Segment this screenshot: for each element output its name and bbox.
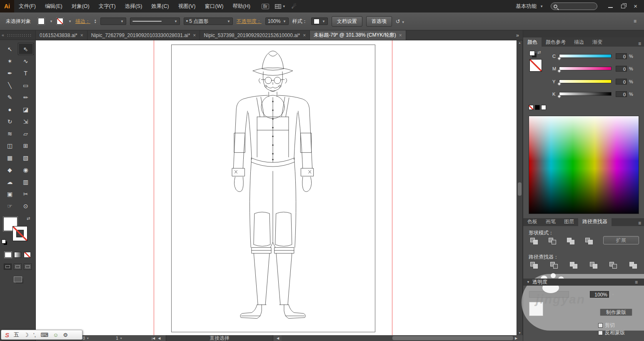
screen-mode-button[interactable] — [14, 276, 22, 282]
stroke-weight-dropdown[interactable]: ▼ — [100, 17, 126, 25]
minus-back-button[interactable] — [628, 261, 639, 269]
rotate-tool[interactable]: ↻ — [2, 115, 18, 127]
fill-swatch[interactable] — [38, 18, 45, 25]
tab-swatches[interactable]: 色板 — [523, 217, 542, 226]
gradient-tool[interactable]: ▧ — [18, 152, 34, 164]
chevron-down-icon[interactable]: ▼ — [50, 20, 53, 23]
panel-menu-icon[interactable]: ≡ — [632, 279, 641, 285]
ime-punctuation-icon[interactable]: ’, — [33, 332, 36, 338]
rectangle-tool[interactable]: ▭ — [18, 79, 34, 91]
draw-inside-button[interactable] — [24, 264, 32, 270]
symbol-sprayer-tool[interactable]: ☁ — [2, 176, 18, 188]
expand-button[interactable]: 扩展 — [603, 236, 639, 244]
zoom-tool[interactable]: ⊙ — [18, 200, 34, 212]
none-swatch[interactable] — [529, 105, 534, 110]
document-tab-active[interactable]: 未标题-79* @ 101.38% (CMYK/轮廓)× — [310, 30, 406, 40]
scroll-right-icon[interactable]: ▶ — [515, 335, 517, 341]
document-tab[interactable]: 01615243838.ai*× — [36, 30, 87, 40]
menu-effect[interactable]: 效果(C) — [147, 0, 173, 12]
close-tab-icon[interactable]: × — [80, 32, 83, 38]
cyan-value[interactable]: 0 — [616, 53, 627, 59]
crop-button[interactable] — [589, 261, 599, 269]
ime-settings-icon[interactable]: ⚙ — [63, 332, 68, 338]
tab-brushes[interactable]: 画笔 — [542, 217, 560, 226]
minimize-button[interactable] — [608, 5, 613, 8]
zoom-field[interactable]: 8▼ — [82, 335, 89, 341]
close-tab-icon[interactable]: × — [303, 32, 306, 38]
document-tab[interactable]: Nipic_537398_20190929202152610000.ai*× — [200, 30, 310, 40]
brush-definition-dropdown[interactable]: • 5 点圆形▼ — [184, 17, 233, 25]
pen-tool[interactable]: ✒ — [2, 67, 18, 79]
cyan-slider[interactable] — [559, 54, 612, 58]
ime-mode-toggle[interactable]: 五 — [14, 331, 19, 339]
search-input[interactable] — [551, 2, 597, 10]
swap-fill-stroke-icon[interactable]: ⇄ — [537, 50, 541, 55]
close-tab-icon[interactable]: × — [399, 32, 402, 38]
vertical-scroll-thumb[interactable] — [518, 182, 522, 196]
pencil-tool[interactable]: ✏ — [18, 91, 34, 103]
hand-tool[interactable]: ☞ — [2, 200, 18, 212]
unite-button[interactable] — [529, 237, 540, 245]
tab-color-guide[interactable]: 颜色参考 — [542, 37, 570, 47]
collapse-dock-icon[interactable]: « — [2, 32, 4, 37]
outline-button[interactable] — [608, 261, 619, 269]
panel-grip[interactable] — [7, 34, 31, 37]
collapse-triangle-icon[interactable]: ▼ — [527, 280, 530, 284]
horizontal-scrollbar[interactable] — [282, 335, 514, 341]
black-value[interactable]: 0 — [616, 91, 627, 97]
previous-artboard-icon[interactable]: ◀ — [158, 336, 160, 340]
first-artboard-icon[interactable]: |◀ — [152, 336, 155, 340]
menu-window[interactable]: 窗口(W) — [200, 0, 228, 12]
intersect-button[interactable] — [566, 237, 577, 245]
menu-help[interactable]: 帮助(H) — [228, 0, 255, 12]
black-swatch[interactable] — [535, 105, 540, 110]
restore-button[interactable] — [621, 5, 625, 8]
reset-basic-icon[interactable]: ↺▼ — [396, 18, 405, 25]
ime-keyboard-icon[interactable]: ⌨ — [40, 332, 48, 338]
magenta-value[interactable]: 0 — [616, 66, 627, 72]
gradient-button[interactable] — [14, 252, 21, 258]
close-tab-icon[interactable]: × — [193, 32, 196, 38]
blob-brush-tool[interactable]: ● — [2, 103, 18, 115]
stroke-swatch[interactable] — [57, 18, 63, 25]
close-button[interactable]: × — [634, 0, 637, 12]
opacity-panel-link[interactable]: 不透明度： — [237, 18, 262, 25]
collapse-panels-icon[interactable]: ≡ — [634, 18, 638, 24]
panel-menu-icon[interactable]: ≡ — [635, 41, 644, 47]
column-graph-tool[interactable]: ▥ — [18, 176, 34, 188]
menu-file[interactable]: 文件(F) — [14, 0, 40, 12]
scroll-up-icon[interactable]: ▲ — [517, 41, 522, 44]
vertical-scrollbar[interactable]: ▲ ▼ — [517, 40, 523, 335]
arrange-documents-button[interactable]: ▼ — [275, 4, 286, 9]
none-button[interactable] — [24, 252, 31, 258]
exclude-button[interactable] — [584, 237, 595, 245]
tab-gradient[interactable]: 渐变 — [588, 37, 607, 47]
variable-width-profile-dropdown[interactable]: ▼ — [130, 17, 180, 25]
merge-button[interactable] — [569, 261, 579, 269]
magic-wand-tool[interactable]: ✶ — [2, 55, 18, 67]
tab-stroke[interactable]: 描边 — [570, 37, 588, 47]
scroll-down-icon[interactable]: ▼ — [517, 331, 522, 334]
active-fill-swatch[interactable] — [529, 59, 542, 72]
eyedropper-tool[interactable]: ◆ — [2, 164, 18, 176]
scale-tool[interactable]: ⇲ — [18, 115, 34, 127]
scroll-left-icon[interactable]: ◀ — [277, 335, 279, 341]
document-setup-button[interactable]: 文档设置 — [332, 16, 362, 27]
tab-color[interactable]: 颜色 — [523, 37, 542, 47]
color-button[interactable] — [5, 252, 12, 258]
mini-fill-stroke-icon[interactable] — [529, 51, 535, 56]
ime-logo[interactable]: S — [5, 331, 9, 339]
artboard-navigation-field[interactable]: 1▼ — [116, 335, 122, 341]
document-tab[interactable]: Nipic_7262799_20190920103330028031.ai*× — [87, 30, 200, 40]
stroke-weight-stepper[interactable]: ▲▼ — [94, 19, 97, 24]
trim-button[interactable] — [549, 261, 560, 269]
style-swatch-dropdown[interactable]: ▼ — [311, 17, 328, 25]
lasso-tool[interactable]: ∿ — [18, 55, 34, 67]
minus-front-button[interactable] — [547, 237, 558, 245]
mesh-tool[interactable]: ▦ — [2, 152, 18, 164]
make-mask-button[interactable]: 制作蒙版 — [600, 309, 632, 316]
free-transform-tool[interactable]: ▱ — [18, 127, 34, 139]
canvas[interactable] — [36, 40, 517, 335]
menu-object[interactable]: 对象(O) — [67, 0, 94, 12]
draw-normal-button[interactable] — [4, 264, 12, 270]
